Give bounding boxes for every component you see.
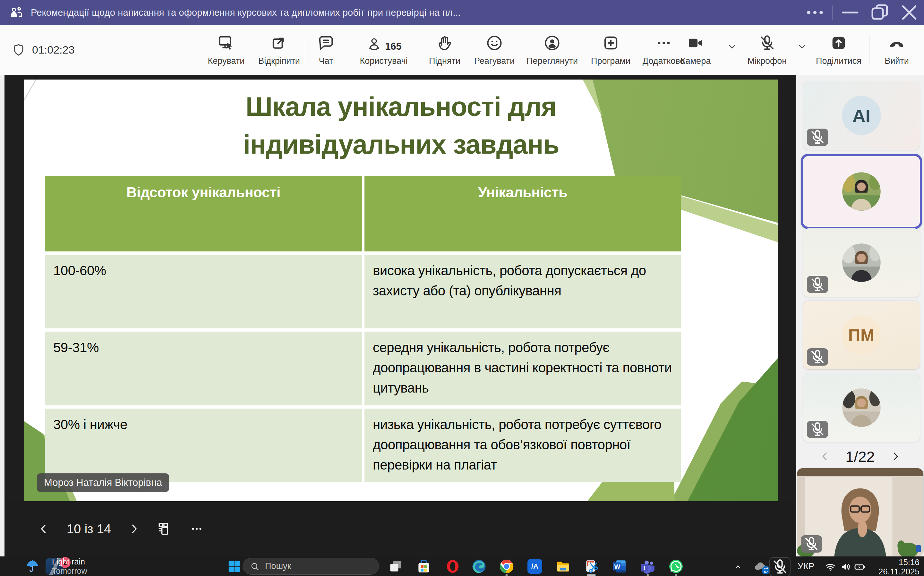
minimize-button[interactable] <box>836 0 865 25</box>
table-cell: середня унікальність, робота потребує до… <box>365 331 681 405</box>
teams-button[interactable]: T <box>640 558 656 574</box>
titlebar-more-button[interactable] <box>800 0 830 25</box>
mic-muted-badge <box>807 348 828 366</box>
edge-button[interactable] <box>471 558 487 574</box>
manage-button[interactable]: Керувати <box>199 25 253 75</box>
titlebar-divider <box>832 5 833 19</box>
participant-tile-active-speaker[interactable] <box>801 154 922 229</box>
participants-sidebar: AI ПМ 1/22 <box>796 75 924 557</box>
pager-previous-button[interactable] <box>818 450 831 463</box>
slide: Шкала унікальності для індивідуальних за… <box>24 80 778 501</box>
teams-meeting-window: Рекомендації щодо написання та оформленн… <box>0 0 924 576</box>
table-cell: 100-60% <box>45 254 362 328</box>
self-video-tile[interactable] <box>797 468 923 557</box>
participants-count: 165 <box>385 41 402 52</box>
mic-muted-icon <box>758 34 777 52</box>
avatar-photo <box>842 388 881 427</box>
share-icon <box>830 34 848 52</box>
battery-icon[interactable] <box>854 560 866 573</box>
wifi-icon[interactable] <box>824 560 837 573</box>
pinned-app-button[interactable]: /А <box>527 558 543 574</box>
participants-pager: 1/22 <box>796 446 924 467</box>
leave-button[interactable]: Вийти <box>870 25 924 75</box>
slide-title: Шкала унікальності для індивідуальних за… <box>24 88 778 163</box>
close-button[interactable] <box>895 0 924 25</box>
participant-tile[interactable] <box>803 228 920 297</box>
table-cell: 59-31% <box>45 331 362 405</box>
store-button[interactable] <box>416 558 432 574</box>
apps-button[interactable]: Програми <box>584 25 637 75</box>
restore-button[interactable] <box>865 0 895 25</box>
participants-icon <box>366 35 383 52</box>
onedrive-icon[interactable] <box>752 560 769 574</box>
unpin-icon <box>270 34 288 52</box>
view-icon <box>543 34 562 52</box>
speaker-icon[interactable] <box>839 560 852 573</box>
mic-button[interactable]: Мікрофон <box>738 25 796 75</box>
unpin-button[interactable]: Відкріпити <box>253 25 305 75</box>
running-indicator <box>647 574 649 576</box>
react-button[interactable]: Реагувати <box>469 25 520 75</box>
view-button[interactable]: Переглянути <box>520 25 584 75</box>
search-box[interactable]: Пошук <box>243 558 379 575</box>
raise-hand-icon <box>436 34 454 52</box>
table-cell: висока унікальність, робота допускається… <box>365 254 681 328</box>
sync-icon <box>762 566 770 574</box>
previous-slide-button[interactable] <box>37 522 51 536</box>
participants-button[interactable]: 165 Користувачі <box>347 25 421 75</box>
snipping-tool-button[interactable] <box>583 558 599 574</box>
raise-hand-button[interactable]: Підняти <box>421 25 469 75</box>
opera-button[interactable] <box>445 558 461 574</box>
file-explorer-button[interactable] <box>555 558 571 574</box>
time: 15:16 <box>878 558 919 567</box>
svg-text:W: W <box>614 563 620 570</box>
pager-position: 1/22 <box>846 448 874 466</box>
start-button[interactable] <box>226 559 242 574</box>
running-indicator <box>675 574 677 576</box>
next-slide-button[interactable] <box>127 522 141 536</box>
shield-icon <box>11 43 26 57</box>
leave-call-icon <box>887 34 906 52</box>
tray-mic-muted-button[interactable] <box>769 557 791 576</box>
camera-chevron-down-icon[interactable] <box>726 40 738 53</box>
language-indicator[interactable]: УКР <box>797 557 815 576</box>
chrome-button[interactable] <box>498 558 515 574</box>
whatsapp-button[interactable] <box>668 558 684 574</box>
pager-next-button[interactable] <box>889 450 902 463</box>
participant-tile[interactable] <box>803 373 920 442</box>
deck-navigation-bar: 10 із 14 <box>5 501 796 557</box>
participant-tile[interactable]: AI <box>803 81 920 150</box>
react-icon <box>485 34 504 52</box>
share-button[interactable]: Поділитися <box>808 25 869 75</box>
avatar-photo <box>842 172 881 211</box>
avatar-initials: ПМ <box>842 315 881 355</box>
chat-button[interactable]: Чат <box>305 25 347 75</box>
title-bar: Рекомендації щодо написання та оформленн… <box>0 0 924 25</box>
table-header-cell: Відсоток унікальності <box>45 176 362 251</box>
slide-position: 10 із 14 <box>65 522 113 536</box>
clock[interactable]: 15:16 26.11.2025 <box>878 558 919 576</box>
weather-widget[interactable]: 2 Light rain Tomorrow <box>25 557 87 576</box>
mic-chevron-down-icon[interactable] <box>796 40 808 53</box>
word-button[interactable]: W <box>612 558 628 574</box>
mic-muted-badge <box>801 535 822 553</box>
umbrella-icon <box>25 559 40 574</box>
weather-when: Tomorrow <box>52 566 87 576</box>
camera-icon <box>686 34 705 52</box>
participant-tile[interactable]: ПМ <box>803 301 920 370</box>
tray-overflow-button[interactable] <box>732 561 744 573</box>
avatar-photo <box>842 243 881 282</box>
mic-muted-badge <box>807 129 828 146</box>
task-view-button[interactable] <box>388 558 404 574</box>
grid-view-button[interactable] <box>157 521 173 537</box>
deck-more-button[interactable] <box>189 522 204 536</box>
manage-icon <box>217 34 235 52</box>
weather-condition: Light rain <box>52 557 87 566</box>
active-indicator <box>587 574 596 576</box>
svg-text:T: T <box>643 565 647 571</box>
meeting-timer: 01:02:23 <box>11 25 74 75</box>
app-logo: /А <box>527 559 542 574</box>
running-indicator <box>505 574 508 576</box>
table-cell: низька унікальність, робота потребує сут… <box>365 409 681 482</box>
camera-button[interactable]: Камера <box>665 25 726 75</box>
